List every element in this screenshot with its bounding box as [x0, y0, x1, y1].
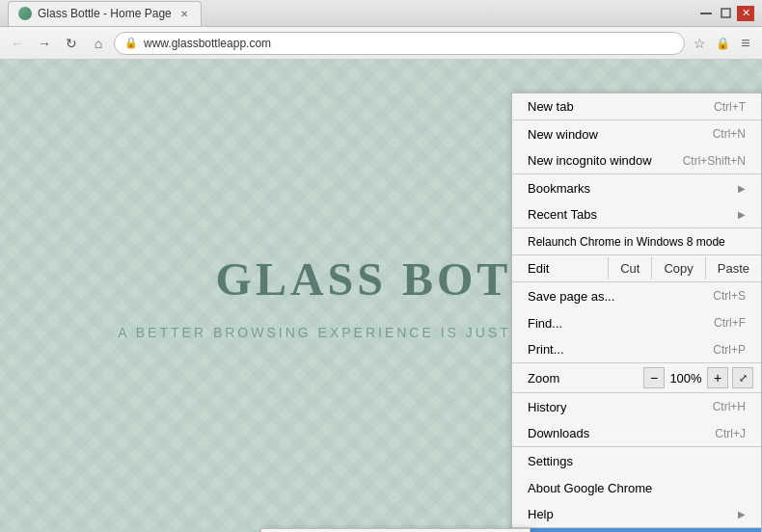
tab-label: Glass Bottle - Home Page	[38, 7, 172, 20]
settings-button[interactable]: 🔒	[712, 33, 733, 54]
menu-item-settings[interactable]: Settings	[512, 447, 761, 474]
title-bar: Glass Bottle - Home Page ✕ ✕	[0, 0, 762, 27]
window-controls: ✕	[698, 6, 754, 21]
menu-item-new-window[interactable]: New window Ctrl+N	[512, 120, 761, 147]
reload-button[interactable]: ↻	[60, 32, 83, 55]
bookmark-star-button[interactable]: ☆	[689, 33, 710, 54]
home-button[interactable]: ⌂	[87, 32, 110, 55]
zoom-value: 100%	[668, 371, 703, 386]
menu-item-about[interactable]: About Google Chrome	[512, 474, 761, 501]
page-title: GLASS BOTT	[216, 253, 547, 306]
paste-button[interactable]: Paste	[705, 257, 761, 279]
menu-item-recent-tabs[interactable]: Recent Tabs ▶	[512, 201, 761, 228]
menu-item-save-page[interactable]: Save page as... Ctrl+S	[512, 282, 761, 309]
nav-right: ☆ 🔒 ≡	[689, 33, 756, 54]
menu-button[interactable]: ≡	[735, 33, 756, 54]
minimize-button[interactable]	[698, 6, 714, 21]
svg-rect-0	[700, 13, 712, 14]
menu-item-relaunch[interactable]: Relaunch Chrome in Windows 8 mode	[512, 228, 761, 255]
menu-item-help[interactable]: Help ▶	[512, 501, 761, 528]
menu-item-history[interactable]: History Ctrl+H	[512, 393, 761, 420]
back-button[interactable]: ←	[6, 32, 29, 55]
address-text: www.glassbottleapp.com	[144, 37, 271, 50]
copy-button[interactable]: Copy	[651, 257, 704, 279]
menu-item-new-incognito[interactable]: New incognito window Ctrl+Shift+N	[512, 147, 761, 174]
tab-close-button[interactable]: ✕	[177, 7, 191, 20]
zoom-plus-button[interactable]: +	[707, 367, 728, 388]
zoom-row: Zoom − 100% + ⤢	[512, 363, 761, 393]
lock-icon: 🔒	[124, 37, 138, 49]
menu-item-bookmarks[interactable]: Bookmarks ▶	[512, 174, 761, 201]
menu-item-new-tab[interactable]: New tab Ctrl+T	[512, 93, 761, 120]
cut-button[interactable]: Cut	[608, 257, 651, 279]
nav-bar: ← → ↻ ⌂ 🔒 www.glassbottleapp.com ☆ 🔒 ≡	[0, 27, 762, 60]
menu-item-find[interactable]: Find... Ctrl+F	[512, 309, 761, 336]
menu-item-more-tools[interactable]: More tools ▶ Create application shortcut…	[512, 528, 761, 532]
favicon	[18, 7, 32, 20]
browser-tab[interactable]: Glass Bottle - Home Page ✕	[8, 1, 202, 26]
zoom-minus-button[interactable]: −	[643, 367, 665, 388]
svg-rect-1	[721, 9, 730, 17]
more-tools-submenu[interactable]: Create application shortcuts... Extensio…	[260, 528, 531, 532]
zoom-expand-button[interactable]: ⤢	[732, 367, 753, 388]
edit-row: Edit Cut Copy Paste	[512, 255, 761, 282]
browser-frame: Glass Bottle - Home Page ✕ ✕ ← → ↻ ⌂ 🔒 w…	[0, 0, 762, 532]
zoom-controls: − 100% + ⤢	[643, 367, 761, 388]
maximize-button[interactable]	[718, 6, 733, 21]
address-bar[interactable]: 🔒 www.glassbottleapp.com	[114, 32, 685, 55]
forward-button[interactable]: →	[33, 32, 56, 55]
main-menu[interactable]: New tab Ctrl+T New window Ctrl+N New inc…	[511, 93, 762, 532]
close-button[interactable]: ✕	[737, 6, 754, 21]
menu-item-print[interactable]: Print... Ctrl+P	[512, 336, 761, 363]
menu-item-downloads[interactable]: Downloads Ctrl+J	[512, 420, 761, 447]
